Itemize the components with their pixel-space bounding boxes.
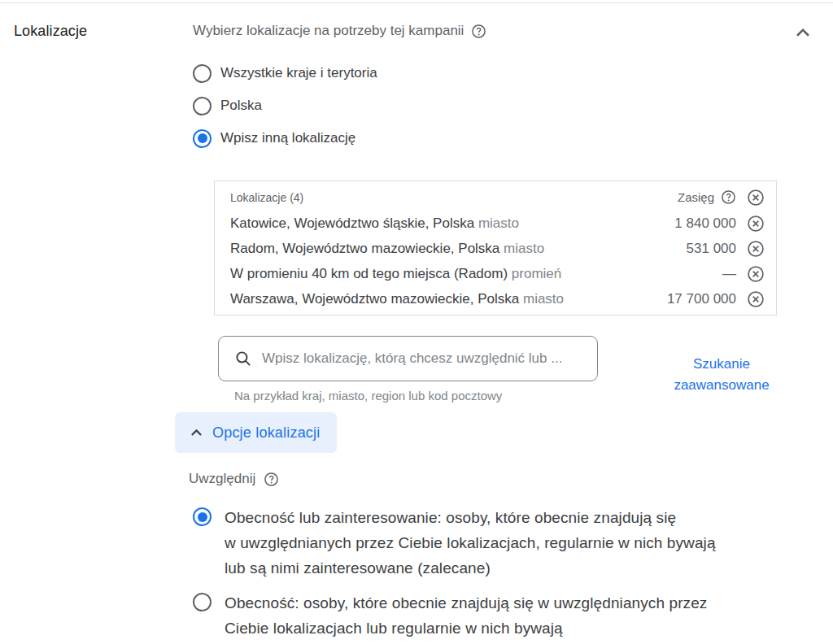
locations-count-label: Lokalizacje (4) [230,191,678,204]
location-target-radio-group: Wszystkie kraje i terytoria Polska Wpisz… [193,57,833,154]
radio-button[interactable] [193,507,212,526]
advanced-search-link[interactable]: Szukanie zaawansowane [658,354,785,396]
remove-location-button[interactable] [747,240,765,258]
radio-label: Wpisz inną lokalizację [220,130,355,146]
location-type: miasto [478,215,519,231]
reach-column-label: Zasięg [678,190,714,204]
radio-button[interactable] [193,129,212,148]
toggle-label: Opcje lokalizacji [212,424,320,442]
locations-table-header: Lokalizacje (4) Zasięg [215,184,776,211]
section-subtitle: Wybierz lokalizacje na potrzeby tej kamp… [193,23,464,39]
reach-help-icon[interactable] [721,189,736,205]
remove-location-button[interactable] [747,215,765,233]
locations-settings-panel: Lokalizacje Wybierz lokalizacje na potrz… [0,2,833,644]
include-help-icon[interactable] [264,472,279,487]
location-name: Warszawa, Województwo mazowieckie, Polsk… [230,291,519,307]
chevron-up-icon [188,424,205,442]
location-reach: 531 000 [687,241,736,257]
radio-label: Obecność: osoby, które obecnie znajdują … [225,590,707,641]
location-name: Radom, Województwo mazowieckie, Polska [230,241,499,256]
subtitle-help-icon[interactable] [471,24,486,39]
location-name: W promieniu 40 km od tego miejsca (Radom… [230,266,508,281]
section-header-row: Wybierz lokalizacje na potrzeby tej kamp… [193,23,833,44]
location-row: Radom, Województwo mazowieckie, Polska m… [215,236,776,261]
radio-option-presence[interactable]: Obecność: osoby, które obecnie znajdują … [193,590,833,641]
chevron-up-icon [792,23,813,44]
remove-circle-icon [747,189,765,207]
location-options-toggle[interactable]: Opcje lokalizacji [175,412,337,453]
location-reach: — [722,266,736,282]
location-reach: 17 700 000 [667,291,736,307]
collapse-section-button[interactable] [792,23,813,44]
radio-button[interactable] [193,97,212,115]
radio-button[interactable] [193,593,212,611]
remove-circle-icon [747,290,765,308]
location-search-box[interactable] [218,336,598,381]
location-type: miasto [504,241,544,256]
radio-option-presence-or-interest[interactable]: Obecność lub zainteresowanie: osoby, któ… [193,505,833,581]
include-mode-radio-group: Obecność lub zainteresowanie: osoby, któ… [193,505,833,641]
location-reach: 1 840 000 [674,215,736,232]
radio-label: Obecność lub zainteresowanie: osoby, któ… [225,505,716,581]
location-row: Warszawa, Województwo mazowieckie, Polsk… [215,286,776,311]
section-title: Lokalizacje [14,23,193,40]
remove-circle-icon [747,265,765,283]
radio-label: Polska [220,98,262,114]
location-search-input[interactable] [262,350,586,367]
radio-option-other-location[interactable]: Wpisz inną lokalizację [193,122,833,154]
location-type: promień [512,266,561,281]
radio-button[interactable] [193,64,212,83]
remove-all-locations-button[interactable] [747,189,765,207]
search-icon [234,350,252,368]
radio-option-poland[interactable]: Polska [193,89,833,122]
location-row: W promieniu 40 km od tego miejsca (Radom… [215,261,776,286]
radio-label: Wszystkie kraje i terytoria [220,65,377,81]
remove-circle-icon [747,240,765,258]
location-name: Katowice, Województwo śląskie, Polska [230,215,474,231]
locations-table: Lokalizacje (4) Zasięg Katowice, [214,181,777,315]
location-row: Katowice, Województwo śląskie, Polska mi… [215,211,776,236]
location-type: miasto [523,291,564,307]
radio-option-all-countries[interactable]: Wszystkie kraje i terytoria [193,57,833,89]
include-label: Uwzględnij [189,471,255,487]
remove-location-button[interactable] [747,290,765,308]
remove-location-button[interactable] [747,265,765,283]
remove-circle-icon [747,215,765,233]
